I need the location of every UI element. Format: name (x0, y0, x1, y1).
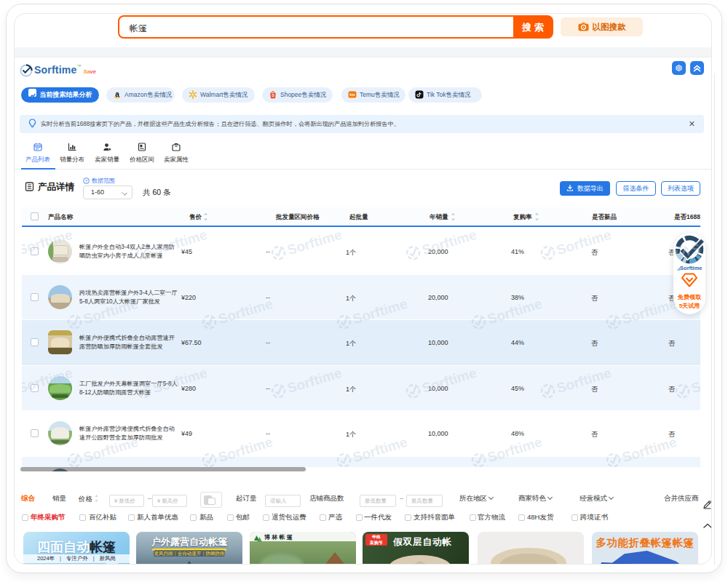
svg-text:?: ? (85, 179, 87, 183)
svg-text:tm: tm (349, 92, 355, 97)
svg-text:a: a (115, 90, 119, 98)
svg-text:S: S (272, 93, 274, 97)
